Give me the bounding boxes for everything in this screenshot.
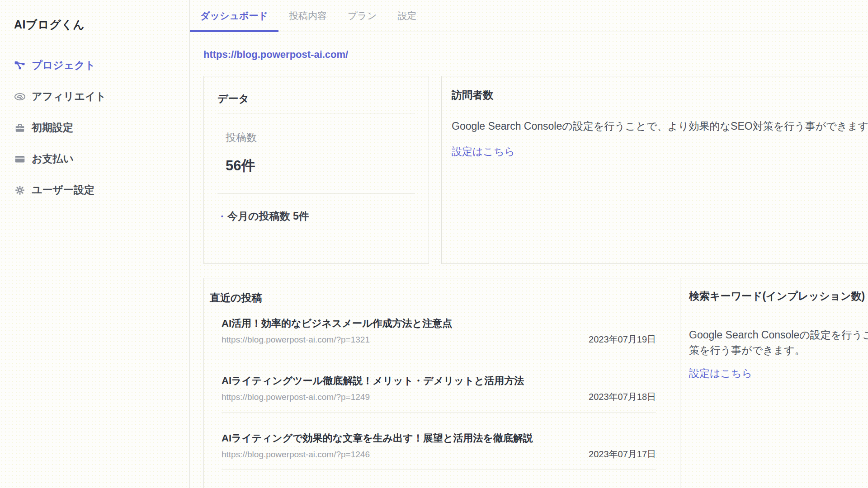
visitors-card-title: 訪問者数 <box>452 88 868 102</box>
sidebar-item-project[interactable]: プロジェクト <box>14 50 177 81</box>
keywords-card-title: 検索キーワード(インプレッション数) <box>689 289 868 303</box>
post-row[interactable]: AIライティングで効果的な文章を生み出す！展望と活用法を徹底解説 https:/… <box>222 432 656 470</box>
sidebar-item-payment[interactable]: お支払い <box>14 143 177 174</box>
visitors-settings-link[interactable]: 設定はこちら <box>452 145 515 159</box>
post-meta: https://blog.powerpost-ai.com/?p=1246 20… <box>222 448 656 460</box>
sidebar-item-user-settings[interactable]: ユーザー設定 <box>14 174 177 206</box>
keywords-card-description: Google Search Consoleの設定を行うことで、より効果的なSEO… <box>689 327 868 358</box>
visitors-card-description: Google Search Consoleの設定を行うことで、より効果的なSEO… <box>452 118 868 134</box>
sidebar-nav: プロジェクト アフィリエイト 初期設定 <box>14 50 177 206</box>
visitors-card: 訪問者数 Google Search Consoleの設定を行うことで、より効果… <box>441 76 868 264</box>
tab-bar: ダッシュボード 投稿内容 プラン 設定 <box>190 0 868 32</box>
sidebar-item-label: ユーザー設定 <box>32 183 94 197</box>
keywords-settings-link[interactable]: 設定はこちら <box>689 366 752 380</box>
tab-dashboard[interactable]: ダッシュボード <box>190 0 278 32</box>
post-meta: https://blog.powerpost-ai.com/?p=1249 20… <box>222 391 656 403</box>
post-title: AIライティングツール徹底解説！メリット・デメリットと活用方法 <box>222 374 656 388</box>
data-card-title: データ <box>217 92 415 106</box>
post-date: 2023年07月17日 <box>589 448 656 460</box>
sidebar-item-label: プロジェクト <box>32 58 95 72</box>
project-icon <box>14 60 26 71</box>
main-content: ダッシュボード 投稿内容 プラン 設定 https://blog.powerpo… <box>190 0 868 488</box>
app-title: AIブログくん <box>14 17 85 32</box>
post-count-value: 56件 <box>226 156 429 175</box>
monthly-posts: ・今月の投稿数 5件 <box>217 209 429 223</box>
post-count-label: 投稿数 <box>226 131 429 145</box>
monthly-posts-text: 今月の投稿数 5件 <box>227 210 309 222</box>
tab-settings[interactable]: 設定 <box>387 0 427 32</box>
data-card: データ 投稿数 56件 ・今月の投稿数 5件 <box>203 76 429 264</box>
site-url-link[interactable]: https://blog.powerpost-ai.com/ <box>203 49 348 61</box>
post-date: 2023年07月18日 <box>589 391 656 403</box>
post-title: AI活用！効率的なビジネスメール作成方法と注意点 <box>222 317 656 330</box>
post-url: https://blog.powerpost-ai.com/?p=1321 <box>222 335 370 345</box>
handshake-icon <box>14 91 26 103</box>
divider <box>217 193 415 194</box>
tab-post-content[interactable]: 投稿内容 <box>278 0 337 32</box>
post-date: 2023年07月19日 <box>589 333 656 346</box>
dashboard-page: { "colors": { "accent": "#5a62d2", "page… <box>0 0 868 488</box>
recent-posts-title: 直近の投稿 <box>210 291 667 305</box>
post-url: https://blog.powerpost-ai.com/?p=1246 <box>222 450 370 460</box>
keywords-card: 検索キーワード(インプレッション数) Google Search Console… <box>680 278 868 488</box>
divider <box>217 113 415 113</box>
toolbox-icon <box>14 122 26 134</box>
sidebar: AIブログくん プロジェクト アフィリエイト <box>0 0 190 488</box>
post-url: https://blog.powerpost-ai.com/?p=1249 <box>222 392 370 402</box>
sidebar-item-label: アフィリエイト <box>32 89 106 103</box>
sidebar-item-label: お支払い <box>32 152 74 166</box>
post-row[interactable]: AIライティングツール徹底解説！メリット・デメリットと活用方法 https://… <box>222 374 656 413</box>
tab-plan[interactable]: プラン <box>337 0 387 32</box>
recent-posts-card: 直近の投稿 AI活用！効率的なビジネスメール作成方法と注意点 https://b… <box>203 278 667 488</box>
post-meta: https://blog.powerpost-ai.com/?p=1321 20… <box>222 333 656 346</box>
bullet-icon: ・ <box>217 211 226 221</box>
sidebar-item-affiliate[interactable]: アフィリエイト <box>14 81 177 112</box>
sidebar-item-label: 初期設定 <box>32 121 73 135</box>
gear-icon <box>14 184 26 196</box>
sidebar-item-initial-settings[interactable]: 初期設定 <box>14 112 177 143</box>
posts-list: AI活用！効率的なビジネスメール作成方法と注意点 https://blog.po… <box>222 317 656 488</box>
wallet-icon <box>14 153 26 165</box>
post-row[interactable]: AI活用！効率的なビジネスメール作成方法と注意点 https://blog.po… <box>222 317 656 355</box>
post-title: AIライティングで効果的な文章を生み出す！展望と活用法を徹底解説 <box>222 432 656 445</box>
